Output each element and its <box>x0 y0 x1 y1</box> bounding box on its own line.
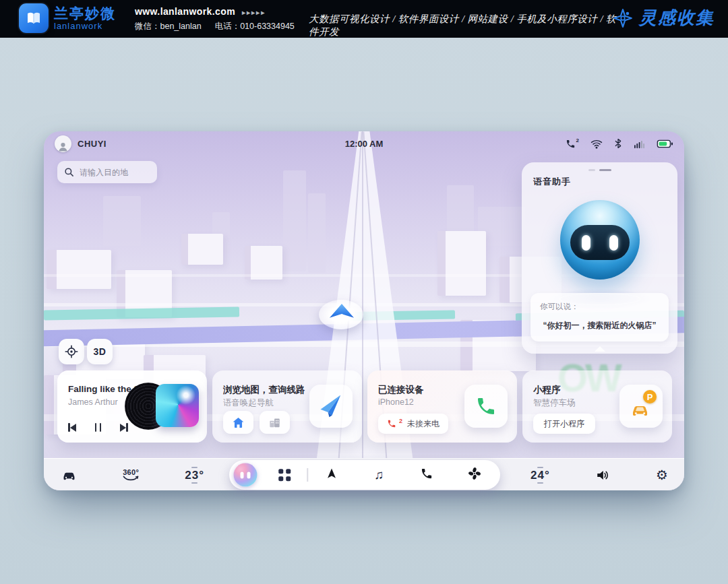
arrow-marks: ▸▸▸▸▸ <box>242 9 266 16</box>
bluetooth-icon[interactable] <box>614 138 622 149</box>
nav-subtitle: 语音唤起导航 <box>223 397 274 409</box>
360-arc-icon <box>122 476 140 482</box>
connected-device-card[interactable]: 已连接设备 iPhone12 2 未接来电 <box>367 370 517 443</box>
gear-icon: ⚙ <box>656 468 668 482</box>
inspiration-collect-button[interactable]: 灵感收集 <box>612 6 715 30</box>
parking-p-badge: P <box>643 390 657 403</box>
phone-icon <box>421 467 433 480</box>
robot-eye-right <box>609 235 618 251</box>
home-icon <box>232 416 245 428</box>
fan-icon <box>468 467 481 480</box>
view-3d-label: 3D <box>94 346 107 357</box>
go-home-button[interactable] <box>223 411 253 434</box>
settings-button[interactable]: ⚙ <box>656 468 668 482</box>
climate-app-button[interactable] <box>468 467 481 483</box>
voice-assistant-panel: 语音助手 你可以说： “你好初一，搜索附近的火锅店” <box>522 162 677 354</box>
brand-name-en: lanlanwork <box>54 21 116 31</box>
search-input[interactable] <box>80 168 147 177</box>
locate-icon <box>65 345 78 358</box>
voice-assistant-orb[interactable] <box>234 463 257 487</box>
assistant-title: 语音助手 <box>533 176 571 188</box>
brand-name-cn: 兰亭妙微 <box>54 5 116 21</box>
temp-up-dash <box>191 467 198 468</box>
car-infotainment-screen: OW CHUYI 12:00 AM 2 <box>44 131 684 490</box>
open-mini-program-label: 打开小程序 <box>544 418 584 430</box>
phone-app-tile[interactable] <box>464 385 508 428</box>
device-name: iPhone12 <box>378 397 414 407</box>
drag-handle[interactable] <box>588 169 611 171</box>
mini-program-name: 智慧停车场 <box>533 397 576 409</box>
temp-up-dash <box>537 467 543 468</box>
office-building-icon <box>268 416 281 428</box>
signal-bars-icon[interactable] <box>634 139 645 149</box>
status-bar: CHUYI 12:00 AM 2 <box>44 131 684 156</box>
car-settings-button[interactable] <box>61 468 77 482</box>
driver-temperature-value: 23° <box>185 469 204 481</box>
paper-plane-icon <box>317 393 344 420</box>
car-icon <box>61 468 77 482</box>
hint-example: “你好初一，搜索附近的火锅店” <box>530 320 669 331</box>
parking-app-tile[interactable]: P <box>619 385 663 428</box>
dock-center-pill: ♫ <box>229 460 500 490</box>
album-art[interactable] <box>156 384 199 427</box>
navigation-arrow-icon <box>326 467 338 480</box>
music-note-icon: ♫ <box>374 467 384 482</box>
robot-eye-left <box>582 235 590 251</box>
passenger-temperature-control[interactable]: 24° <box>530 465 550 485</box>
sparkle-icon <box>612 7 634 29</box>
collect-label: 灵感收集 <box>639 6 715 30</box>
phone-handset-icon <box>475 395 497 417</box>
brand-logo[interactable]: 兰亭妙微 lanlanwork <box>19 3 116 33</box>
start-navigation-tile[interactable] <box>309 385 353 428</box>
passenger-temperature-value: 24° <box>530 469 550 481</box>
360-label: 360° <box>123 469 139 476</box>
previous-track-button[interactable] <box>68 423 76 432</box>
view-3d-button[interactable]: 3D <box>87 339 113 364</box>
song-artist: James Arthur <box>68 397 118 407</box>
speaker-icon <box>595 469 610 482</box>
car-position-halo <box>319 300 363 329</box>
missed-call-count-badge: 2 <box>576 137 579 143</box>
page: 兰亭妙微 lanlanwork www.lanlanwork.com▸▸▸▸▸ … <box>0 0 728 584</box>
missed-call-label: 未接来电 <box>407 418 439 430</box>
assistant-robot-avatar <box>560 200 640 280</box>
surround-view-360-button[interactable]: 360° <box>122 469 140 482</box>
driver-temperature-control[interactable]: 23° <box>185 465 204 485</box>
temp-down-dash <box>537 482 543 484</box>
wifi-icon[interactable] <box>590 139 603 149</box>
dock-divider <box>307 468 308 482</box>
nav-title: 浏览地图，查询线路 <box>223 384 305 396</box>
brand-logo-icon <box>19 3 49 33</box>
search-icon <box>64 167 74 177</box>
bottom-dock: 360° 23° ♫ <box>44 458 684 490</box>
phone-status-icon[interactable]: 2 <box>566 139 579 149</box>
music-card[interactable]: Falling like the Stars James Arthur <box>57 370 207 443</box>
missed-calls-pill[interactable]: 2 未接来电 <box>378 414 448 434</box>
destination-search[interactable] <box>57 161 157 183</box>
locate-button[interactable] <box>59 339 84 364</box>
battery-icon[interactable] <box>657 139 673 148</box>
navigation-card[interactable]: 浏览地图，查询线路 语音唤起导航 <box>212 370 362 443</box>
missed-call-count: 2 <box>399 418 402 424</box>
open-mini-program-button[interactable]: 打开小程序 <box>533 414 595 434</box>
voice-hint-card[interactable]: 你可以说： “你好初一，搜索附近的火锅店” <box>530 293 669 342</box>
temp-down-dash <box>191 482 198 484</box>
website-url: www.lanlanwork.com <box>135 6 235 17</box>
apps-grid-icon[interactable] <box>278 469 291 481</box>
music-app-button[interactable]: ♫ <box>374 468 384 482</box>
wechat-id: 微信：ben_lanlan <box>135 21 202 32</box>
top-banner: 兰亭妙微 lanlanwork www.lanlanwork.com▸▸▸▸▸ … <box>0 0 728 38</box>
expand-arrow[interactable] <box>595 346 605 352</box>
hint-label: 你可以说： <box>540 302 579 312</box>
device-title: 已连接设备 <box>378 384 424 396</box>
mini-program-card[interactable]: 小程序 智慧停车场 打开小程序 P <box>522 370 672 443</box>
navigation-app-button[interactable] <box>326 467 338 483</box>
contact-block: www.lanlanwork.com▸▸▸▸▸ 微信：ben_lanlan 电话… <box>135 6 295 32</box>
pause-button[interactable] <box>95 423 102 432</box>
go-work-button[interactable] <box>260 411 290 434</box>
phone-app-button[interactable] <box>421 467 433 483</box>
volume-button[interactable] <box>595 469 610 482</box>
mini-program-title: 小程序 <box>533 384 561 396</box>
robot-face <box>570 225 630 260</box>
next-track-button[interactable] <box>120 423 128 432</box>
